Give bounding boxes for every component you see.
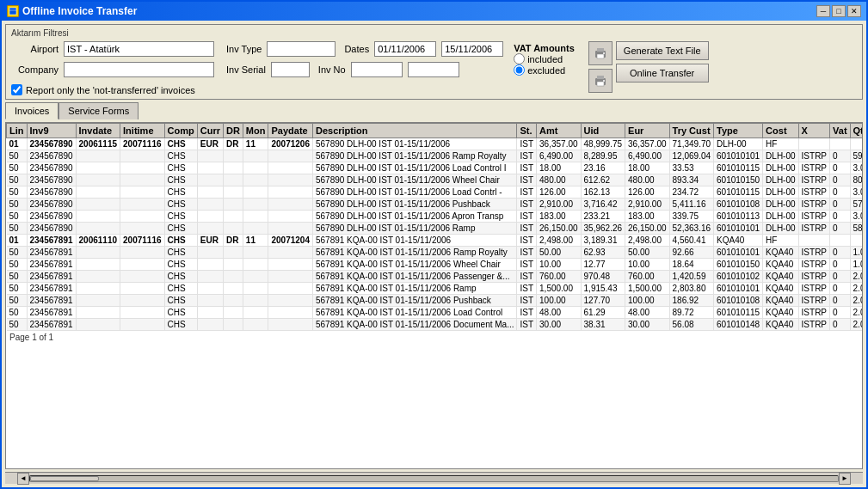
table-row[interactable]: 50234567891CHS567891 KQA-00 IST 01-15/11… [7, 247, 864, 259]
col-description: Description [312, 124, 517, 138]
table-row[interactable]: 50234567891CHS567891 KQA-00 IST 01-15/11… [7, 271, 864, 283]
date-from-input[interactable] [374, 41, 436, 57]
date-to-input[interactable] [441, 41, 503, 57]
generate-text-file-button[interactable]: Generate Text File [616, 41, 709, 60]
cell-3-18: 0 [830, 174, 851, 186]
cell-8-10: IST [517, 235, 537, 247]
cell-2-9: 567890 DLH-00 IST 01-15/11/2006 Load Con… [312, 162, 517, 174]
cell-9-8 [268, 247, 313, 259]
cell-14-14: 89.72 [669, 307, 714, 319]
cell-0-18 [830, 138, 851, 150]
cell-1-6 [223, 150, 243, 162]
cell-1-2 [76, 150, 120, 162]
tab-invoices[interactable]: Invoices [5, 102, 58, 119]
vat-excluded-radio[interactable] [514, 64, 525, 76]
cell-2-11: 18.00 [537, 162, 582, 174]
cell-8-13: 2,498.00 [625, 235, 670, 247]
cell-7-15: 601010101 [714, 223, 763, 235]
scrollbar-track[interactable] [29, 475, 839, 482]
cell-1-3 [120, 150, 165, 162]
cell-9-9: 567891 KQA-00 IST 01-15/11/2006 Ramp Roy… [312, 247, 517, 259]
cell-9-5 [197, 247, 223, 259]
cell-12-16: KQA40 [763, 283, 798, 295]
print-icon-top[interactable] [588, 41, 613, 65]
table-row[interactable]: 50234567891CHS567891 KQA-00 IST 01-15/11… [7, 307, 864, 319]
table-row[interactable]: 50234567890CHS567890 DLH-00 IST 01-15/11… [7, 186, 864, 199]
scroll-left-arrow[interactable]: ◄ [17, 473, 29, 485]
cell-5-14: 5,411.16 [669, 199, 714, 211]
horizontal-scrollbar[interactable]: ◄ ► [5, 472, 863, 484]
table-row[interactable]: 50234567890CHS567890 DLH-00 IST 01-15/11… [7, 174, 864, 186]
cell-14-5 [197, 307, 223, 319]
cell-10-18: 0 [830, 259, 851, 271]
cell-12-10: IST [517, 283, 537, 295]
dates-label: Dates [344, 44, 369, 54]
table-row[interactable]: 50234567891CHS567891 KQA-00 IST 01-15/11… [7, 259, 864, 271]
filter-group: Aktarım Filtresi Airport Inv Type Dates [5, 24, 863, 100]
cell-13-14: 186.92 [669, 295, 714, 307]
cell-10-9: 567891 KQA-00 IST 01-15/11/2006 Wheel Ch… [312, 259, 517, 271]
cell-11-0: 50 [7, 271, 28, 283]
cell-6-2 [76, 211, 120, 223]
airport-input[interactable] [64, 41, 214, 57]
cell-8-6: DR [223, 235, 243, 247]
cell-7-11: 26,150.00 [537, 223, 582, 235]
inv-type-input[interactable] [267, 41, 336, 57]
cell-14-16: KQA40 [763, 307, 798, 319]
cell-10-5 [197, 259, 223, 271]
table-row[interactable]: 50234567890CHS567890 DLH-00 IST 01-15/11… [7, 199, 864, 211]
online-transfer-button[interactable]: Online Transfer [616, 64, 709, 83]
table-row[interactable]: 50234567890CHS567890 DLH-00 IST 01-15/11… [7, 150, 864, 162]
cell-14-17: ISTRP [798, 307, 829, 319]
table-row[interactable]: 50234567891CHS567891 KQA-00 IST 01-15/11… [7, 319, 864, 331]
inv-no-to-input[interactable] [408, 62, 459, 77]
cell-4-11: 126.00 [537, 186, 582, 199]
scrollbar-thumb[interactable] [30, 476, 99, 481]
table-row[interactable]: 50234567890CHS567890 DLH-00 IST 01-15/11… [7, 211, 864, 223]
table-row[interactable]: 50234567890CHS567890 DLH-00 IST 01-15/11… [7, 162, 864, 174]
cell-8-17 [798, 235, 829, 247]
inv-serial-input[interactable] [271, 62, 310, 77]
close-button[interactable]: ✕ [847, 5, 861, 17]
table-container[interactable]: Lin Inv9 Invdate Initime Comp Curr DR Mo… [5, 122, 863, 469]
cell-10-3 [120, 259, 165, 271]
invoice-table: Lin Inv9 Invdate Initime Comp Curr DR Mo… [6, 123, 863, 331]
cell-1-1: 234567890 [27, 150, 76, 162]
cell-5-4: CHS [164, 199, 197, 211]
scroll-right-arrow[interactable]: ► [839, 473, 851, 485]
not-transferred-checkbox[interactable] [11, 84, 22, 95]
cell-14-19: 2.00 [850, 307, 863, 319]
cell-14-1: 234567891 [27, 307, 76, 319]
cell-7-1: 234567890 [27, 223, 76, 235]
cell-11-3 [120, 271, 165, 283]
cell-15-6 [223, 319, 243, 331]
cell-7-10: IST [517, 223, 537, 235]
table-row[interactable]: 50234567891CHS567891 KQA-00 IST 01-15/11… [7, 295, 864, 307]
col-dr: DR [223, 124, 243, 138]
cell-10-14: 18.64 [669, 259, 714, 271]
cell-7-17: ISTRP [798, 223, 829, 235]
minimize-button[interactable]: ─ [816, 5, 830, 17]
cell-2-17: ISTRP [798, 162, 829, 174]
cell-3-19: 80.00 [850, 174, 863, 186]
cell-12-0: 50 [7, 283, 28, 295]
cell-5-10: IST [517, 199, 537, 211]
print-icon-bottom[interactable] [588, 69, 613, 93]
inv-no-label: Inv No [318, 64, 346, 75]
table-row[interactable]: 50234567890CHS567890 DLH-00 IST 01-15/11… [7, 223, 864, 235]
tab-service-forms[interactable]: Service Forms [58, 102, 139, 119]
table-row[interactable]: 50234567891CHS567891 KQA-00 IST 01-15/11… [7, 283, 864, 295]
cell-11-5 [197, 271, 223, 283]
cell-15-3 [120, 319, 165, 331]
cell-13-7 [243, 295, 268, 307]
col-qty: Qty [850, 124, 863, 138]
inv-no-from-input[interactable] [351, 62, 403, 77]
vat-included-radio[interactable] [514, 53, 525, 64]
cell-13-8 [268, 295, 313, 307]
cell-11-11: 760.00 [537, 271, 582, 283]
table-row[interactable]: 012345678902006111520071116CHSEURDR11200… [7, 138, 864, 150]
table-row[interactable]: 012345678912006111020071116CHSEURDR11200… [7, 235, 864, 247]
company-input[interactable] [64, 62, 214, 77]
svg-point-5 [603, 52, 605, 54]
maximize-button[interactable]: □ [832, 5, 846, 17]
